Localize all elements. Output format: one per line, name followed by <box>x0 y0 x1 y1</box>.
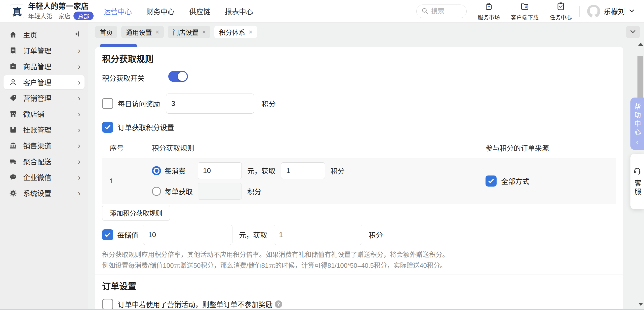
tabs-collapse-button[interactable] <box>626 26 640 38</box>
client-download-link[interactable]: 客户端下载 <box>511 2 539 21</box>
table-row: 1 每消费 元，获取 积分 每单获取 <box>102 158 616 204</box>
points-rule-notes: 积分获取规则应用积分倍率，其他活动不应用积分倍率。如果消费有礼和储值有礼设置了赠… <box>102 249 449 271</box>
all-methods-label: 全部方式 <box>501 176 529 186</box>
sidebar-item-credit-accounts[interactable]: 挂账管理 › <box>4 123 85 137</box>
col-header-serial: 序号 <box>102 143 145 153</box>
sidebar-item-marketing[interactable]: 营销管理 › <box>4 91 85 105</box>
tab-general-settings[interactable]: 通用设置 × <box>121 26 164 38</box>
consume-radio[interactable] <box>152 166 161 175</box>
customer-service-panel[interactable]: 客服 <box>630 154 644 209</box>
close-icon[interactable]: × <box>202 28 206 36</box>
sidebar-item-goods[interactable]: 商品管理 › <box>4 59 85 73</box>
search-icon <box>421 7 429 16</box>
per-order-rule-line: 每单获取 积分 <box>152 183 486 200</box>
tab-label: 通用设置 <box>126 27 152 37</box>
sidebar-item-home[interactable]: 主页 <box>4 28 85 42</box>
close-icon[interactable]: × <box>155 28 159 36</box>
consume-amount-input[interactable] <box>198 162 242 179</box>
sidebar-item-label: 系统设置 <box>23 188 51 198</box>
daily-reward-input[interactable] <box>166 94 254 114</box>
scrollbar-up-arrow[interactable] <box>638 43 643 46</box>
tag-icon <box>9 94 17 102</box>
daily-reward-checkbox[interactable] <box>102 98 113 109</box>
stored-amount-input[interactable] <box>143 225 232 245</box>
chevron-right-icon: › <box>78 142 80 150</box>
store-subtitle: 年轻人第一家店 <box>28 11 70 20</box>
header-divider <box>579 6 580 17</box>
order-points-label: 订单获取积分设置 <box>118 122 174 132</box>
add-rule-button[interactable]: 添加积分获取规则 <box>102 205 170 221</box>
sidebar-item-customers[interactable]: 客户管理 › <box>4 75 85 89</box>
sidebar-item-orders[interactable]: 订单管理 › <box>4 43 85 58</box>
tab-store-settings[interactable]: 门店设置 × <box>168 26 210 38</box>
all-methods-checkbox[interactable] <box>486 175 497 187</box>
order-marketing-checkbox[interactable] <box>102 299 113 310</box>
points-switch-toggle[interactable] <box>168 71 188 82</box>
order-marketing-label: 订单中若使用了营销活动，则整单订单不参加奖励 <box>118 299 273 309</box>
search-box[interactable] <box>416 5 467 18</box>
store-title: 年轻人的第一家店 <box>28 2 94 10</box>
top-nav: 运营中心 财务中心 供应链 报表中心 <box>104 6 253 16</box>
chevron-right-icon: › <box>78 157 80 165</box>
sidebar-item-label: 微店铺 <box>23 109 44 119</box>
headset-icon <box>633 166 641 176</box>
per-order-radio[interactable] <box>152 187 161 196</box>
help-collapse-chevron[interactable]: ‹ <box>636 139 638 144</box>
consume-points-input[interactable] <box>281 162 325 179</box>
tab-label: 门店设置 <box>172 27 198 37</box>
client-download-label: 客户端下载 <box>511 13 539 21</box>
sidebar: 主页 订单管理 › 商品管理 › 客户管理 › <box>0 23 88 310</box>
sidebar-collapse-icon[interactable] <box>73 30 80 39</box>
stored-value-checkbox[interactable] <box>102 229 113 240</box>
header-quick-links: 服务市场 客户端下载 任务中心 <box>478 2 572 21</box>
nav-supply-chain[interactable]: 供应链 <box>189 6 210 16</box>
consume-label: 每消费 <box>165 166 198 176</box>
per-order-points-input[interactable] <box>198 183 242 200</box>
chevron-right-icon: › <box>78 173 80 181</box>
sidebar-item-wecom[interactable]: 企业微信 › <box>4 170 85 184</box>
col-header-rule: 积分获取规则 <box>145 143 486 153</box>
store-icon <box>9 110 17 118</box>
home-icon <box>9 31 17 39</box>
tab-home[interactable]: 首页 <box>95 26 117 38</box>
consume-unit: 积分 <box>331 166 345 176</box>
store-meta: 年轻人的第一家店 年轻人第一家店 总部 <box>28 2 94 20</box>
chevron-right-icon: › <box>78 78 80 86</box>
nav-finance-center[interactable]: 财务中心 <box>146 6 175 16</box>
search-input[interactable] <box>431 7 459 15</box>
consume-rule-line: 每消费 元，获取 积分 <box>152 162 486 179</box>
note-line: 例如设置每消费/储值100元赠送50积分，那么消费/储值81元的时候，计算可得8… <box>102 260 449 271</box>
sidebar-item-label: 营销管理 <box>23 93 51 103</box>
close-icon[interactable]: × <box>249 28 252 36</box>
chevron-down-icon <box>629 28 636 36</box>
stored-points-input[interactable] <box>274 225 362 245</box>
sidebar-item-delivery[interactable]: 聚合配送 › <box>4 154 85 168</box>
nav-operations-center[interactable]: 运营中心 <box>104 6 132 16</box>
sidebar-item-sales-channels[interactable]: 销售渠道 › <box>4 139 85 153</box>
ledger-icon <box>9 126 17 134</box>
chevron-right-icon: › <box>78 126 80 134</box>
scrollbar-down-arrow[interactable] <box>638 303 643 306</box>
nav-report-center[interactable]: 报表中心 <box>225 6 253 16</box>
stored-value-label: 每储值 <box>117 230 138 240</box>
user-chevron-down-icon <box>628 8 635 15</box>
chevron-right-icon: › <box>78 62 80 70</box>
task-center-link[interactable]: 任务中心 <box>550 2 572 21</box>
tab-scroll-indicator[interactable] <box>100 44 137 47</box>
sidebar-item-micro-store[interactable]: 微店铺 › <box>4 107 85 121</box>
order-marketing-row: 订单中若使用了营销活动，则整单订单不参加奖励 ? <box>102 298 282 310</box>
customer-service-label: 客服 <box>632 180 642 197</box>
user-menu[interactable]: 乐檬刘 <box>587 5 635 18</box>
per-order-unit: 积分 <box>247 186 261 196</box>
per-order-label: 每单获取 <box>165 186 198 196</box>
help-center-tab[interactable]: 帮助中心 ‹ <box>630 98 644 150</box>
points-switch-label: 积分获取开关 <box>102 73 144 83</box>
tab-points-system[interactable]: 积分体系 × <box>214 26 257 38</box>
service-market-link[interactable]: 服务市场 <box>478 2 500 21</box>
sidebar-item-system-settings[interactable]: 系统设置 › <box>4 186 85 200</box>
stored-mid-text: 元，获取 <box>239 230 267 240</box>
help-question-icon[interactable]: ? <box>275 300 282 308</box>
order-points-checkbox[interactable] <box>102 122 113 133</box>
app-window: 真 年轻人的第一家店 年轻人第一家店 总部 运营中心 财务中心 供应链 报表中心 <box>0 0 644 310</box>
col-header-source: 参与积分的订单来源 <box>486 143 616 153</box>
